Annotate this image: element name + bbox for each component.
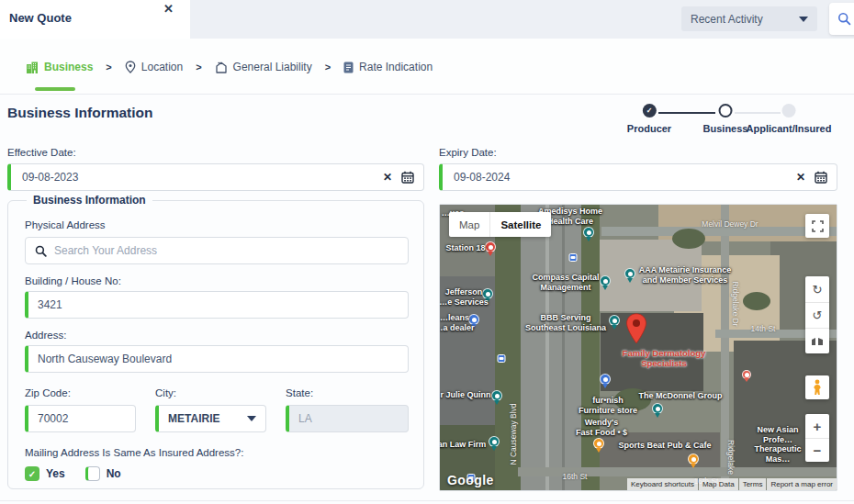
close-icon[interactable]: ✕ — [163, 2, 174, 16]
chevron-right-icon: > — [325, 62, 331, 73]
breadcrumb-rate-indication[interactable]: Rate Indication — [343, 61, 433, 73]
top-bar: New Quote ✕ Recent Activity — [0, 0, 854, 39]
map-terrain — [672, 229, 705, 249]
map-marker-icon[interactable] — [625, 313, 647, 344]
map-poi-pin-icon[interactable] — [593, 438, 604, 453]
rotate-clockwise-button[interactable]: ↻ — [805, 276, 829, 302]
map-poi-pin-icon[interactable] — [583, 227, 594, 241]
effective-date-value: 09-08-2023 — [22, 171, 383, 184]
tab-new-quote[interactable]: New Quote ✕ — [0, 0, 190, 39]
search-icon — [35, 245, 47, 257]
rotate-cw-icon: ↻ — [813, 283, 823, 297]
chevron-down-icon — [247, 416, 256, 421]
map-data-link[interactable]: Map Data — [699, 478, 738, 490]
step-applicant-insured[interactable]: Applicant/Insured — [747, 101, 832, 134]
recent-activity-dropdown[interactable]: Recent Activity — [681, 6, 817, 31]
page-title: Business Information — [7, 105, 152, 121]
zoom-out-button[interactable]: − — [805, 438, 829, 462]
check-icon: ✓ — [28, 469, 36, 479]
step-current-dot — [718, 104, 732, 118]
zoom-in-button[interactable]: + — [805, 414, 829, 438]
fullscreen-button[interactable] — [805, 214, 829, 238]
terms-link[interactable]: Terms — [739, 478, 767, 490]
rate-document-icon — [343, 62, 354, 73]
map-poi-pin-icon[interactable] — [485, 241, 496, 256]
pegman-button[interactable] — [805, 375, 829, 399]
map-poi-pin-icon[interactable] — [688, 454, 699, 468]
map-terrain — [614, 388, 651, 411]
breadcrumb-label: General Liability — [233, 61, 312, 73]
effective-date-label: Effective Date: — [7, 147, 76, 158]
yes-checkbox[interactable]: ✓ — [25, 466, 39, 481]
map-poi-pin-icon[interactable] — [609, 315, 620, 330]
map-type-satellite-button[interactable]: Satellite — [489, 212, 551, 237]
google-logo: Google — [447, 473, 494, 487]
breadcrumb-label: Business — [44, 61, 93, 73]
city-select[interactable]: METAIRIE — [155, 405, 266, 432]
map-poi-pin-icon[interactable] — [600, 275, 611, 290]
building-no-input[interactable] — [25, 291, 409, 319]
zip-input[interactable] — [25, 405, 136, 432]
calendar-icon[interactable] — [401, 171, 414, 184]
step-business[interactable]: Business — [703, 101, 748, 134]
section-header: Business Information ✓ Producer Business… — [0, 95, 854, 147]
map-poi-pin-icon[interactable] — [624, 268, 635, 283]
map-poi-label[interactable]: The McDonnel Group — [639, 391, 723, 401]
keyboard-shortcuts-link[interactable]: Keyboard shortcuts — [627, 478, 698, 490]
clear-icon[interactable]: ✕ — [796, 171, 805, 184]
breadcrumb-general-liability[interactable]: General Liability — [215, 61, 312, 73]
clear-icon[interactable]: ✕ — [383, 171, 392, 184]
calendar-icon[interactable] — [815, 171, 827, 184]
tab-title: New Quote — [9, 11, 72, 25]
effective-date-input[interactable]: 09-08-2023 ✕ — [7, 163, 424, 191]
map-poi-pin-icon[interactable] — [569, 253, 578, 262]
map-poi-pin-icon[interactable] — [491, 390, 502, 405]
city-value: METAIRIE — [168, 412, 247, 425]
map-poi-pin-icon[interactable] — [600, 374, 611, 388]
map-poi-pin-icon[interactable] — [742, 370, 751, 382]
chevron-right-icon: > — [106, 62, 111, 73]
physical-address-search[interactable] — [25, 237, 409, 264]
building-icon — [26, 62, 39, 73]
mailing-yes-option[interactable]: ✓ Yes — [25, 466, 65, 481]
tilt-view-button[interactable] — [805, 328, 829, 353]
rotate-counterclockwise-button[interactable]: ↺ — [805, 302, 829, 328]
fullscreen-icon — [812, 220, 824, 232]
search-icon — [837, 12, 851, 26]
map-rotate-control: ↻ ↺ — [805, 276, 829, 353]
physical-address-label: Physical Address — [25, 219, 106, 230]
mailing-no-option[interactable]: No — [85, 466, 121, 481]
step-upcoming-dot — [782, 104, 796, 118]
yes-label: Yes — [46, 467, 65, 480]
recent-activity-label: Recent Activity — [691, 13, 799, 26]
step-complete-check-icon: ✓ — [642, 104, 656, 118]
search-button[interactable] — [829, 3, 854, 35]
stepper: ✓ Producer Business Applicant/Insured — [601, 101, 851, 143]
map-poi-pin-icon[interactable] — [489, 436, 500, 451]
effective-date-field: Effective Date: 09-08-2023 ✕ — [7, 163, 424, 191]
breadcrumb-location[interactable]: Location — [125, 61, 183, 73]
map-poi-pin-icon[interactable] — [652, 403, 663, 418]
address-search-input[interactable] — [54, 244, 399, 257]
group-title: Business Information — [27, 194, 152, 207]
map-terrain — [521, 205, 581, 491]
map-poi-pin-icon[interactable] — [468, 314, 479, 329]
map-poi-pin-icon[interactable] — [482, 288, 493, 303]
report-map-error-link[interactable]: Report a map error — [767, 478, 837, 490]
step-producer[interactable]: ✓ Producer — [627, 101, 671, 134]
address-input[interactable] — [25, 345, 409, 373]
no-checkbox[interactable] — [85, 466, 100, 481]
app-window: New Quote ✕ Recent Activity Business > — [0, 0, 854, 504]
expiry-date-input[interactable]: 09-08-2024 ✕ — [439, 163, 837, 191]
no-label: No — [107, 467, 121, 480]
home-icon — [215, 62, 228, 73]
map-type-map-button[interactable]: Map — [449, 212, 489, 237]
tilt-icon — [811, 337, 824, 346]
map-footer: Keyboard shortcuts Map Data Terms Report… — [626, 478, 837, 490]
map-poi-pin-icon[interactable] — [498, 354, 506, 363]
city-label: City: — [155, 387, 176, 398]
map-terrain — [545, 205, 549, 491]
map-canvas[interactable]: Map Satellite ↻ ↺ + − Google — [439, 204, 837, 491]
location-pin-icon — [125, 61, 136, 73]
breadcrumb-business[interactable]: Business — [26, 61, 93, 73]
